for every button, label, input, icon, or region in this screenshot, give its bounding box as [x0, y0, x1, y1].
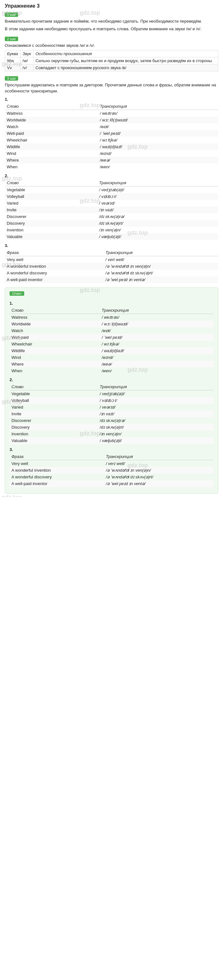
answer-word-row: Invite /ɪn vaɪt/ — [10, 410, 213, 417]
answer-word-row: Watch /wɒt/ — [10, 327, 213, 334]
answer-word-row: Valuable / væljub(ə)l/ — [10, 437, 213, 444]
transcription: /weə/ — [98, 157, 218, 164]
word: Waitress — [10, 313, 100, 321]
transcription: /wen/ — [98, 164, 218, 170]
step1-text2-main: В этом задании нам необходимо прослушать… — [5, 27, 202, 31]
transcription: / vedʒtəb(ə)l/ — [98, 390, 213, 397]
word-row: Worldwide / wɜː lд(ɪ)waɪd/ — [5, 117, 218, 123]
step3-section: 3 шаг Прослушаем аудиозапись и повторим … — [5, 76, 218, 283]
transcription: /ɪn ven(ə)n/ — [98, 431, 213, 437]
words-table-2: Слово Транскрипция Vegetable / vedʒtəb(ə… — [5, 180, 218, 240]
answer-section: Ответ 1. Слово Транскрипция Waitress / w… — [5, 288, 218, 494]
word: Invention — [5, 227, 97, 233]
phrase: A well-paid inventor — [5, 276, 104, 283]
col-features: Особенности произношения — [33, 50, 218, 57]
word-row: Discoverer /dɪ skʌv(ə)rə/ — [5, 213, 218, 220]
word: Wildlife — [10, 347, 100, 354]
transcription: / wɪ ltʃeə/ — [98, 137, 218, 143]
word: Wheelchair — [10, 341, 100, 347]
word: Where — [10, 361, 100, 368]
answer-words1-col1: Слово — [10, 307, 100, 314]
word: Well-paid — [10, 334, 100, 341]
answer-phrase-row: A well-paid inventor /ə ˈwel peɪd ɪn ven… — [10, 480, 213, 487]
transcription: / ˈwel peɪd/ — [100, 334, 213, 341]
pronunciation-row: Vv /v/ Совпадает с произношением русског… — [5, 64, 218, 71]
word: Vegetable — [10, 390, 98, 397]
section2-number: 2. — [5, 173, 218, 178]
answer-phrases-col1: Фраза — [10, 453, 104, 460]
transcription: / weɪtrəs/ — [98, 110, 218, 117]
word: Volleyball — [10, 397, 98, 404]
phrase: Very well — [10, 460, 104, 467]
transcription: /dɪ skʌv(ə)rt/ — [97, 220, 218, 227]
word: Varied — [10, 404, 98, 410]
word: Watch — [5, 123, 98, 130]
transcription: /wɒt/ — [100, 327, 213, 334]
answer-phrase-row: Very well / verɪ well/ — [10, 460, 213, 467]
answer-word-row: Waitress / weɪtrəs/ — [10, 313, 213, 321]
transcription: / weɪtrəs/ — [100, 313, 213, 321]
main-page: gdz.top gdz.top gdz.top gdz.top gdz.top … — [0, 0, 223, 497]
answer-word-row: Wildlife / waɪl(d)laɪf/ — [10, 347, 213, 354]
pron-features: Совпадает с произношением русского звука… — [33, 64, 218, 71]
phrase-row: Very well / vert well/ — [5, 256, 218, 263]
transcription: / wɪ ltʃeə/ — [100, 341, 213, 347]
phrases-table: Фраза Транскрипция Very well / vert well… — [5, 249, 218, 283]
answer-word-row: Discoverer /dɪ skʌv(ə)rə/ — [10, 417, 213, 424]
transcription: / wɜː lд(ɪ)waɪd/ — [98, 117, 218, 123]
answer-word-row: Volleyball / vɒlɪbɔ l/ — [10, 397, 213, 404]
transcription: /ɪn vaɪt/ — [97, 207, 218, 213]
step1-label: 1 шаг — [5, 13, 18, 17]
pronunciation-table: Буква Звук Особенности произношения Ww /… — [5, 50, 218, 72]
transcription: /weə/ — [100, 361, 213, 368]
word-row: Wind /wɪnd/ — [5, 150, 218, 157]
phrase: A wonderful invention — [10, 467, 104, 474]
phrase-row: A wonderful discovery /ə ˈwʌndəfʊl dɪ sk… — [5, 270, 218, 276]
transcription: /ɪn ven(ə)n/ — [97, 227, 218, 233]
step1-text2: В этом задании нам необходимо прослушать… — [5, 26, 218, 32]
word-row: Wildlife / waɪl(d)laɪf/ — [5, 143, 218, 150]
pron-letter: Ww — [5, 57, 21, 64]
word: Where — [5, 157, 98, 164]
step1-section: 1 шаг Внимательно прочитаем задание и по… — [5, 12, 218, 32]
step2-label: 2 шаг — [5, 37, 18, 41]
words-table-1: Слово Транскрипция Waitress / weɪtrəs/ W… — [5, 103, 218, 170]
word: Invention — [10, 431, 98, 437]
answer-badge: Ответ — [10, 291, 24, 296]
word: Vegetable — [5, 186, 97, 193]
answer-word-row: Discovery /dɪ skʌv(ə)rt/ — [10, 424, 213, 431]
phrases-col1: Фраза — [5, 249, 104, 256]
word: Invite — [5, 207, 97, 213]
transcription: /wɪnd/ — [100, 354, 213, 361]
answer-word-row: Vegetable / vedʒtəb(ə)l/ — [10, 390, 213, 397]
words1-col1: Слово — [5, 103, 98, 110]
answer-word-row: Wind /wɪnd/ — [10, 354, 213, 361]
word-row: Varied / veərɪd/ — [5, 200, 218, 207]
word: Valuable — [10, 437, 98, 444]
answer2-number: 2. — [10, 377, 213, 382]
transcription: /ə ˈwʌndəfʊl ɪn ven(ə)n/ — [104, 467, 213, 474]
answer-words2-col2: Транскрипция — [98, 383, 213, 390]
transcription: /dɪ skʌv(ə)rə/ — [98, 417, 213, 424]
col-sound: Звук — [21, 50, 33, 57]
word-row: Invite /ɪn vaɪt/ — [5, 207, 218, 213]
transcription: /ɪn vaɪt/ — [98, 410, 213, 417]
transcription: / vɒlɪbɔ l/ — [98, 397, 213, 404]
transcription: / væljub(ə)l/ — [98, 437, 213, 444]
answer-word-row: Worldwide / wɜː l(d)waɪd/ — [10, 321, 213, 327]
phrases-col2: Транскрипция — [104, 249, 218, 256]
word-row: Valuable / væljub(ə)l/ — [5, 233, 218, 240]
word: Discovery — [5, 220, 97, 227]
answer-word-row: Wheelchair / wɪ ltʃeə/ — [10, 341, 213, 347]
word: Watch — [10, 327, 100, 334]
step3-label: 3 шаг — [5, 76, 18, 81]
transcription: / ˈwel peɪd/ — [98, 130, 218, 137]
step2-section: 2 шаг Ознакомимся с особенностями звуков… — [5, 37, 218, 72]
word-row: Wheelchair / wɪ ltʃeə/ — [5, 137, 218, 143]
answer-words1-col2: Транскрипция — [100, 307, 213, 314]
transcription: /ə ˈwʌndəfʊl dɪ skʌv(ə)rt/ — [104, 270, 218, 276]
answer1-number: 1. — [10, 301, 213, 305]
word: Discoverer — [5, 213, 97, 220]
word: Wind — [5, 150, 98, 157]
word: Worldwide — [5, 117, 98, 123]
